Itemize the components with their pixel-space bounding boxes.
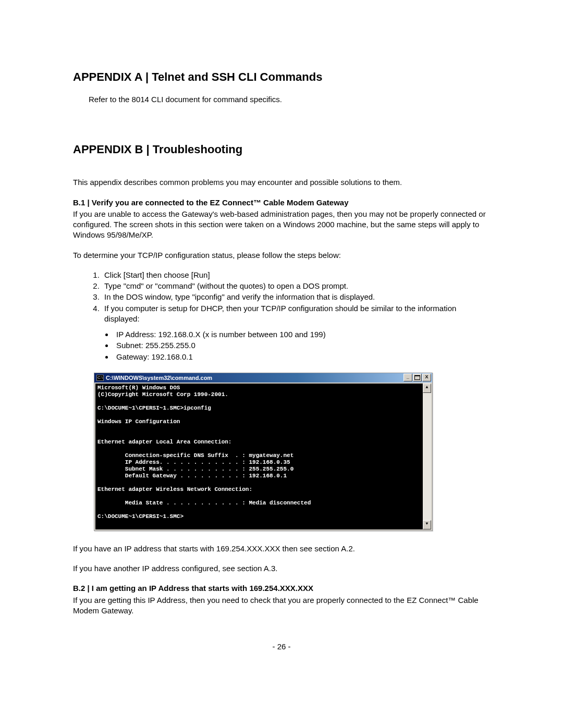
- list-item: Type "cmd" or "command" (without the quo…: [102, 281, 490, 291]
- scroll-down-button[interactable]: ▼: [423, 520, 431, 529]
- after-text-2: If you have another IP address configure…: [73, 563, 490, 574]
- close-button[interactable]: X: [422, 374, 431, 381]
- document-page: APPENDIX A | Telnet and SSH CLI Commands…: [0, 0, 563, 682]
- page-number: - 26 -: [73, 642, 490, 651]
- scroll-up-button[interactable]: ▲: [423, 384, 431, 393]
- b1-lead: To determine your TCP/IP configuration s…: [73, 250, 490, 261]
- b2-paragraph: If you are getting this IP Address, then…: [73, 595, 490, 616]
- minimize-button[interactable]: _: [403, 374, 412, 381]
- window-titlebar[interactable]: C:\ C:\WINDOWS\system32\command.com _ X: [94, 373, 432, 382]
- appendix-a-text: Refer to the 8014 CLI document for comma…: [89, 94, 490, 105]
- list-item: In the DOS window, type "ipconfig" and v…: [102, 292, 490, 302]
- list-item: Subnet: 255.255.255.0: [114, 340, 490, 351]
- command-output[interactable]: Microsoft(R) Windows DOS (C)Copyright Mi…: [95, 384, 423, 529]
- list-item: Gateway: 192.168.0.1: [114, 352, 490, 362]
- appendix-b-intro: This appendix describes common problems …: [73, 177, 490, 188]
- b2-title: B.2 | I am getting an IP Address that st…: [73, 583, 490, 594]
- after-text-1: If you have an IP address that starts wi…: [73, 544, 490, 554]
- list-item: IP Address: 192.168.0.X (x is number bet…: [114, 329, 490, 340]
- b1-title: B.1 | Verify you are connected to the EZ…: [73, 198, 490, 208]
- command-prompt-window: C:\ C:\WINDOWS\system32\command.com _ X …: [94, 373, 433, 531]
- list-item: Click [Start] then choose [Run]: [102, 270, 490, 280]
- list-item: If you computer is setup for DHCP, then …: [102, 303, 490, 325]
- scrollbar[interactable]: ▲ ▼: [423, 384, 431, 529]
- b1-bullets: IP Address: 192.168.0.X (x is number bet…: [73, 329, 490, 362]
- b1-steps-list: Click [Start] then choose [Run] Type "cm…: [73, 270, 490, 324]
- b1-paragraph: If you are unable to access the Gateway'…: [73, 209, 490, 241]
- appendix-a-heading: APPENDIX A | Telnet and SSH CLI Commands: [73, 70, 490, 84]
- scroll-track[interactable]: [423, 393, 431, 520]
- window-title: C:\WINDOWS\system32\command.com: [106, 375, 403, 381]
- appendix-b-heading: APPENDIX B | Troubleshooting: [73, 143, 490, 156]
- maximize-button[interactable]: [413, 374, 422, 381]
- cmd-icon: C:\: [96, 375, 104, 381]
